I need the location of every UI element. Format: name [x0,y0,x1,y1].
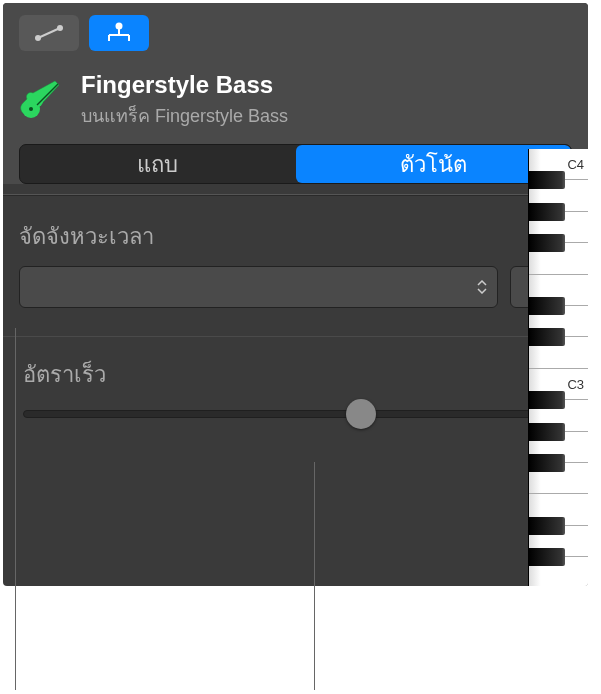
automation-tool-button[interactable] [19,15,79,51]
piano-black-key[interactable] [529,548,565,566]
quantize-row: Q [19,266,572,308]
velocity-slider[interactable] [23,410,568,418]
piano-black-key[interactable] [529,203,565,221]
track-title: Fingerstyle Bass [81,71,288,99]
piano-black-key[interactable] [529,423,565,441]
automation-curve-icon [33,23,65,43]
piano-black-key[interactable] [529,171,565,189]
slider-thumb[interactable] [346,399,376,429]
chevron-updown-icon [477,280,487,294]
svg-point-3 [116,23,123,30]
title-block: Fingerstyle Bass บนแทร็ค Fingerstyle Bas… [81,71,288,130]
piano-keyboard[interactable]: C4 C3 [528,149,588,586]
piano-black-key[interactable] [529,328,565,346]
midi-edit-button[interactable] [89,15,149,51]
piano-black-key[interactable] [529,454,565,472]
key-label-c3: C3 [567,376,584,391]
editor-body: จัดจังหวะเวลา Q อัตราเร็ว 80 [3,194,588,418]
piano-black-key[interactable] [529,517,565,535]
toolbar [3,3,588,59]
guitar-icon [19,79,63,123]
midi-tool-icon [103,21,135,45]
quantize-label: จัดจังหวะเวลา [19,219,572,254]
piano-black-key[interactable] [529,234,565,252]
svg-point-2 [57,25,63,31]
quantize-select[interactable] [19,266,498,308]
key-label-c4: C4 [567,157,584,172]
svg-line-1 [38,28,60,38]
piano-black-key[interactable] [529,391,565,409]
track-header: Fingerstyle Bass บนแทร็ค Fingerstyle Bas… [3,59,588,144]
segment-strip[interactable]: แถบ [20,145,296,183]
svg-point-11 [29,107,33,111]
track-subtitle: บนแทร็ค Fingerstyle Bass [81,101,288,130]
view-mode-segmented-control: แถบ ตัวโน้ต [19,144,572,184]
callout-line [314,462,315,690]
callout-line [15,328,16,690]
piano-black-key[interactable] [529,297,565,315]
velocity-label: อัตราเร็ว [23,357,106,392]
velocity-row: อัตราเร็ว 80 [19,357,572,392]
